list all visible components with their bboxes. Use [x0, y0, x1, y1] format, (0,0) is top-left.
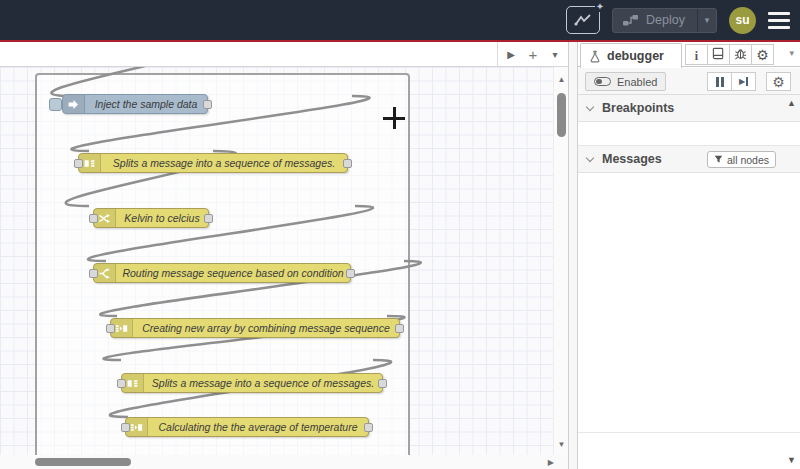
output-port[interactable]: [343, 159, 352, 168]
deploy-button[interactable]: Deploy: [613, 9, 697, 32]
node-label: Splits a message into a sequence of mess…: [101, 154, 347, 172]
enabled-label: Enabled: [617, 76, 657, 88]
sidebar-scroll-up-icon[interactable]: ▲: [787, 98, 796, 108]
sparkle-icon: ✦: [595, 1, 605, 12]
flow-node-join[interactable]: Creating new array by combining message …: [110, 318, 400, 338]
add-flow-button[interactable]: +: [522, 43, 544, 65]
debugger-enabled-toggle[interactable]: Enabled: [585, 72, 666, 91]
input-port[interactable]: [117, 379, 126, 388]
input-port[interactable]: [89, 214, 98, 223]
node-label: Splits a message into a sequence of mess…: [144, 374, 382, 392]
section-title: Breakpoints: [602, 101, 674, 115]
section-header-messages[interactable]: Messagesall nodes: [578, 146, 800, 173]
bug-icon: [734, 46, 747, 64]
node-label: Kelvin to celcius: [116, 209, 208, 227]
flask-icon: [589, 50, 601, 63]
sidebar: debugger i⚙ ▾ Enabled ▶ ⚙: [578, 42, 800, 469]
inject-trigger-button[interactable]: [49, 98, 62, 111]
flow-list-button[interactable]: ▾: [544, 43, 566, 65]
funnel-icon: [714, 155, 723, 164]
output-port[interactable]: [395, 324, 404, 333]
filter-label: all nodes: [727, 154, 769, 166]
flow-chart-icon: [573, 12, 593, 28]
input-port[interactable]: [106, 324, 115, 333]
filter-nodes-button[interactable]: all nodes: [707, 151, 776, 168]
node-label: Calculating the the average of temperatu…: [148, 418, 368, 436]
pause-button[interactable]: [707, 72, 732, 91]
sidebar-splitter[interactable]: [568, 42, 578, 469]
crosshair-cursor: [383, 107, 405, 129]
gear-icon: ⚙: [772, 75, 785, 89]
flow-node-join[interactable]: Calculating the the average of temperatu…: [125, 417, 369, 437]
export-flow-button[interactable]: ✦: [566, 6, 600, 34]
horizontal-scroll-thumb[interactable]: [35, 458, 131, 466]
scroll-right-icon[interactable]: ▶: [548, 458, 554, 467]
debug-messages-button[interactable]: [729, 44, 752, 65]
chevron-down-icon: [586, 102, 594, 110]
flow-node-split[interactable]: Splits a message into a sequence of mess…: [121, 373, 383, 393]
chevron-down-icon: [586, 153, 594, 161]
section-header-breakpoints[interactable]: Breakpoints: [578, 95, 800, 122]
user-avatar[interactable]: su: [729, 7, 756, 34]
scroll-down-icon[interactable]: ▼: [554, 440, 569, 449]
debugger-settings-button[interactable]: ⚙: [766, 72, 791, 91]
main-menu-button[interactable]: [768, 10, 790, 31]
toggle-on-icon: [594, 77, 611, 86]
tab-label: debugger: [607, 49, 664, 63]
output-port[interactable]: [203, 100, 212, 109]
pause-icon: [716, 77, 724, 87]
input-port[interactable]: [89, 269, 98, 278]
chevron-down-icon: ▾: [789, 48, 794, 58]
step-forward-icon: ▶: [739, 77, 748, 86]
flow-tab-bar: ▶+▾: [0, 42, 568, 67]
gear-icon: ⚙: [756, 46, 769, 64]
chevron-down-icon: ▾: [705, 15, 710, 25]
section-body-breakpoints: [578, 122, 800, 146]
output-port[interactable]: [364, 423, 373, 432]
node-label: Inject the sample data: [85, 95, 207, 113]
flow-next-button[interactable]: ▶: [500, 43, 522, 65]
sidebar-menu-button[interactable]: ▾: [789, 48, 794, 58]
wires-layer: [0, 67, 568, 402]
output-port[interactable]: [378, 379, 387, 388]
avatar-initials: su: [735, 13, 749, 27]
tab-debugger[interactable]: debugger: [580, 43, 682, 68]
section-title: Messages: [602, 152, 662, 166]
book-icon: [712, 46, 725, 64]
sidebar-tab-bar: debugger i⚙ ▾: [578, 42, 800, 67]
wire[interactable]: [51, 67, 234, 96]
config-nodes-button[interactable]: ⚙: [751, 44, 774, 65]
sidebar-scroll-down-icon[interactable]: ▼: [787, 455, 796, 465]
node-red-editor: ✦ Deploy ▾ su: [0, 0, 800, 469]
info-icon: i: [695, 46, 698, 64]
node-label: Routing message sequence based on condit…: [116, 264, 350, 282]
info-button[interactable]: i: [685, 44, 708, 65]
library-button[interactable]: [707, 44, 730, 65]
inject-icon: [63, 95, 85, 113]
flow-node-change[interactable]: Kelvin to celcius: [93, 208, 209, 228]
flow-node-switch[interactable]: Routing message sequence based on condit…: [93, 263, 351, 283]
step-button[interactable]: ▶: [731, 72, 756, 91]
vertical-scroll-thumb[interactable]: [557, 93, 566, 137]
section-body-messages: [578, 173, 800, 433]
deploy-button-group: Deploy ▾: [612, 8, 717, 33]
deploy-options-button[interactable]: ▾: [697, 9, 716, 32]
deploy-label: Deploy: [646, 13, 685, 27]
flow-node-split[interactable]: Splits a message into a sequence of mess…: [78, 153, 348, 173]
canvas-horizontal-scrollbar[interactable]: ▶: [0, 455, 568, 469]
deploy-icon: [622, 13, 639, 27]
flow-node-inject[interactable]: Inject the sample data: [62, 94, 208, 114]
node-label: Creating new array by combining message …: [133, 319, 399, 337]
debugger-toolbar: Enabled ▶ ⚙: [578, 68, 800, 95]
output-port[interactable]: [204, 214, 213, 223]
canvas-vertical-scrollbar[interactable]: ▲ ▼: [553, 67, 568, 455]
scroll-up-icon[interactable]: ▲: [554, 75, 569, 84]
hamburger-icon: [768, 12, 790, 15]
output-port[interactable]: [346, 269, 355, 278]
input-port[interactable]: [121, 423, 130, 432]
header-bar: ✦ Deploy ▾ su: [0, 0, 800, 40]
flow-canvas[interactable]: Inject the sample dataSplits a message i…: [0, 67, 568, 455]
input-port[interactable]: [74, 159, 83, 168]
